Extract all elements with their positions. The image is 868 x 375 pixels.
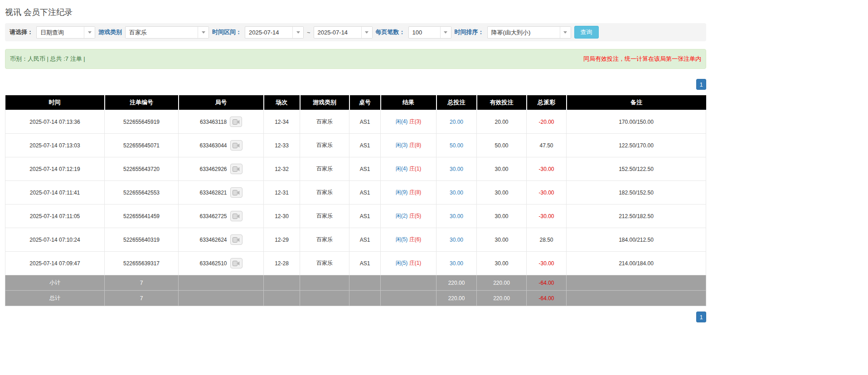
result-player: 闲(5) xyxy=(396,236,408,243)
chevron-down-icon[interactable] xyxy=(560,27,571,38)
total-bet-link[interactable]: 30.00 xyxy=(450,190,463,196)
cell-payout: -30.00 xyxy=(527,205,567,228)
header-remark: 备注 xyxy=(567,95,706,110)
pagination-bottom: 1 xyxy=(5,312,706,322)
cell-payout: -30.00 xyxy=(527,252,567,275)
table-row: 2025-07-14 07:12:19 522655643720 6334629… xyxy=(5,157,706,181)
game-type-value: 百家乐 xyxy=(126,27,198,38)
cell-remark: 122.50/170.00 xyxy=(567,134,706,157)
cell-game-type: 百家乐 xyxy=(300,205,349,228)
chevron-down-icon[interactable] xyxy=(84,27,95,38)
total-bet-link[interactable]: 20.00 xyxy=(450,119,463,125)
video-replay-icon[interactable] xyxy=(230,211,242,221)
summary-notice-bar: 币别：人民币 | 总共 :7 注单 | 同局有效投注，统一计算在该局第一张注单内 xyxy=(5,49,706,69)
cell-total-bet: 30.00 xyxy=(436,228,477,252)
table-row: 2025-07-14 07:13:03 522655645071 6334630… xyxy=(5,134,706,157)
total-bet-link[interactable]: 30.00 xyxy=(450,260,463,267)
page-button[interactable]: 1 xyxy=(696,312,706,322)
cell-total-bet: 30.00 xyxy=(436,205,477,228)
cell-result: 闲(5) 庄(6) xyxy=(381,228,436,252)
chevron-down-icon[interactable] xyxy=(292,27,303,38)
video-replay-icon[interactable] xyxy=(230,140,242,151)
subtotal-count: 7 xyxy=(105,275,179,291)
subtotal-valid-bet: 220.00 xyxy=(477,275,527,291)
cell-game-type: 百家乐 xyxy=(300,252,349,275)
cell-remark: 214.00/184.00 xyxy=(567,252,706,275)
cell-payout: 28.50 xyxy=(527,228,567,252)
cell-remark: 170.00/150.00 xyxy=(567,110,706,134)
video-replay-icon[interactable] xyxy=(230,258,242,268)
cell-remark: 212.50/182.50 xyxy=(567,205,706,228)
cell-table-no: AS1 xyxy=(349,252,381,275)
cell-game-type: 百家乐 xyxy=(300,157,349,181)
cell-session: 12-28 xyxy=(264,252,300,275)
sort-value: 降幂(由大到小) xyxy=(488,27,560,38)
result-player: 闲(2) xyxy=(396,213,408,219)
cell-bet-id: 522655645919 xyxy=(105,110,179,134)
chevron-down-icon[interactable] xyxy=(440,27,451,38)
round-id-text: 633462624 xyxy=(199,237,227,243)
subtotal-payout: -64.00 xyxy=(527,275,567,291)
cell-result: 闲(3) 庄(8) xyxy=(381,134,436,157)
header-time: 时间 xyxy=(5,95,105,110)
date-to-select[interactable]: 2025-07-14 xyxy=(314,26,373,39)
result-player: 闲(9) xyxy=(396,189,408,195)
video-replay-icon[interactable] xyxy=(230,187,242,198)
page-size-select[interactable]: 100 xyxy=(408,26,451,39)
cell-valid-bet: 50.00 xyxy=(477,134,527,157)
cell-game-type: 百家乐 xyxy=(300,110,349,134)
result-banker: 庄(1) xyxy=(409,166,422,172)
date-from-select[interactable]: 2025-07-14 xyxy=(245,26,304,39)
sort-select[interactable]: 降幂(由大到小) xyxy=(487,26,571,39)
video-replay-icon[interactable] xyxy=(230,164,242,174)
round-id-text: 633462510 xyxy=(199,260,227,267)
page-content: 视讯 会员下注纪录 请选择： 日期查询 游戏类别 百家乐 时间区间： 2025-… xyxy=(5,0,706,322)
cell-payout: -20.00 xyxy=(527,110,567,134)
video-replay-icon[interactable] xyxy=(230,234,242,245)
table-row: 2025-07-14 07:09:47 522655639317 6334625… xyxy=(5,252,706,275)
result-banker: 庄(6) xyxy=(409,236,422,243)
cell-round-id: 633462510 xyxy=(179,252,264,275)
cell-valid-bet: 30.00 xyxy=(477,252,527,275)
game-type-select[interactable]: 百家乐 xyxy=(125,26,209,39)
select-type-label: 请选择： xyxy=(10,28,33,36)
warning-text: 同局有效投注，统一计算在该局第一张注单内 xyxy=(583,55,701,63)
query-type-select[interactable]: 日期查询 xyxy=(36,26,95,39)
cell-session: 12-31 xyxy=(264,181,300,205)
cell-time: 2025-07-14 07:13:03 xyxy=(5,134,105,157)
result-banker: 庄(5) xyxy=(409,213,422,219)
cell-round-id: 633462926 xyxy=(179,157,264,181)
table-header-row: 时间 注单编号 局号 场次 游戏类别 桌号 结果 总投注 有效投注 总派彩 备注 xyxy=(5,95,706,110)
betting-records-table: 时间 注单编号 局号 场次 游戏类别 桌号 结果 总投注 有效投注 总派彩 备注… xyxy=(5,95,706,306)
cell-valid-bet: 20.00 xyxy=(477,110,527,134)
video-replay-icon[interactable] xyxy=(230,117,242,127)
cell-round-id: 633462725 xyxy=(179,205,264,228)
cell-session: 12-30 xyxy=(264,205,300,228)
cell-session: 12-32 xyxy=(264,157,300,181)
result-player: 闲(5) xyxy=(396,260,408,266)
total-bet-link[interactable]: 30.00 xyxy=(450,213,463,219)
cell-round-id: 633462821 xyxy=(179,181,264,205)
cell-bet-id: 522655639317 xyxy=(105,252,179,275)
chevron-down-icon[interactable] xyxy=(198,27,209,38)
total-bet-link[interactable]: 50.00 xyxy=(450,142,463,149)
chevron-down-icon[interactable] xyxy=(361,27,372,38)
cell-session: 12-33 xyxy=(264,134,300,157)
pagination-top: 1 xyxy=(5,79,706,90)
header-valid-bet: 有效投注 xyxy=(477,95,527,110)
header-total-bet: 总投注 xyxy=(436,95,477,110)
cell-total-bet: 30.00 xyxy=(436,181,477,205)
query-button[interactable]: 查询 xyxy=(574,26,599,39)
cell-total-bet: 50.00 xyxy=(436,134,477,157)
cell-total-bet: 20.00 xyxy=(436,110,477,134)
page-button[interactable]: 1 xyxy=(696,79,706,90)
round-id-text: 633462725 xyxy=(199,213,227,219)
result-player: 闲(3) xyxy=(396,142,408,148)
total-payout: -64.00 xyxy=(527,291,567,306)
page-size-value: 100 xyxy=(409,27,440,38)
result-banker: 庄(8) xyxy=(409,142,422,148)
total-bet-link[interactable]: 30.00 xyxy=(450,166,463,172)
cell-remark: 182.50/152.50 xyxy=(567,181,706,205)
total-bet-link[interactable]: 30.00 xyxy=(450,237,463,243)
table-row: 2025-07-14 07:13:36 522655645919 6334631… xyxy=(5,110,706,134)
